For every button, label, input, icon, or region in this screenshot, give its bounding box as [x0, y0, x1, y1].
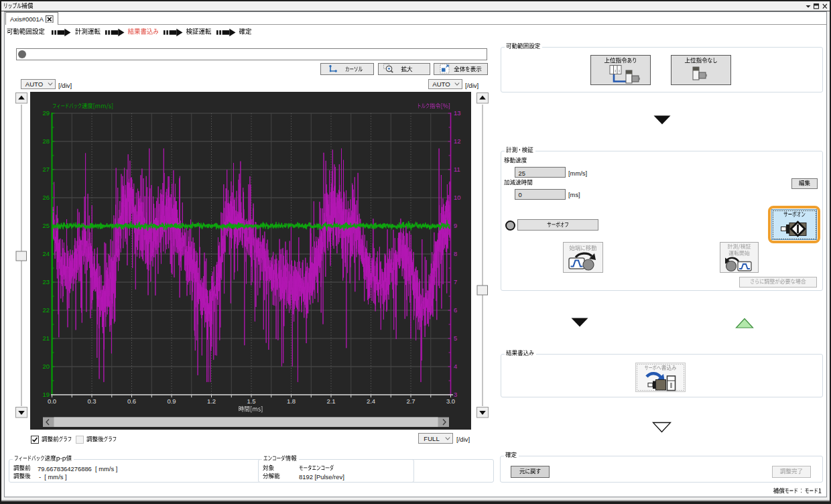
svg-text:0.6: 0.6 — [127, 397, 136, 405]
svg-text:20: 20 — [42, 363, 50, 370]
svg-text:8: 8 — [454, 250, 457, 257]
svg-text:1.5: 1.5 — [247, 397, 255, 405]
svg-text:23: 23 — [42, 278, 50, 286]
svg-text:22: 22 — [42, 306, 50, 314]
svg-text:2.1: 2.1 — [326, 397, 335, 405]
svg-text:2.7: 2.7 — [406, 397, 415, 405]
svg-text:6: 6 — [454, 306, 457, 314]
svg-text:4: 4 — [454, 363, 457, 370]
svg-text:0.3: 0.3 — [87, 397, 96, 405]
svg-text:21: 21 — [42, 334, 50, 342]
svg-text:5: 5 — [454, 334, 457, 342]
svg-text:28: 28 — [42, 137, 50, 145]
svg-text:10: 10 — [454, 194, 461, 201]
svg-text:1.2: 1.2 — [207, 397, 216, 405]
svg-text:2.4: 2.4 — [367, 397, 375, 405]
svg-text:12: 12 — [454, 137, 461, 145]
svg-text:13: 13 — [454, 109, 461, 117]
svg-text:25: 25 — [42, 222, 50, 229]
svg-text:9: 9 — [454, 222, 457, 229]
svg-text:27: 27 — [42, 166, 50, 173]
svg-text:1.8: 1.8 — [287, 397, 296, 405]
svg-text:11: 11 — [454, 166, 460, 173]
svg-text:0.0: 0.0 — [48, 397, 56, 405]
svg-text:26: 26 — [42, 194, 50, 201]
svg-text:0.9: 0.9 — [167, 397, 176, 405]
svg-text:24: 24 — [42, 250, 50, 257]
svg-text:29: 29 — [42, 109, 50, 117]
svg-text:3.0: 3.0 — [446, 397, 455, 405]
svg-text:7: 7 — [454, 278, 457, 286]
